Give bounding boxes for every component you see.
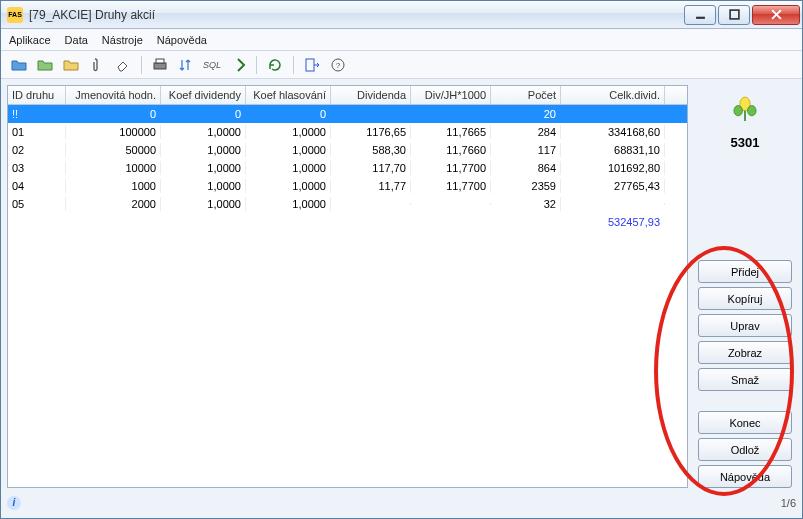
col-kh[interactable]: Koef hlasování [246, 86, 331, 104]
col-jmen[interactable]: Jmenovitá hodn. [66, 86, 161, 104]
toolbar-sep [293, 56, 294, 74]
add-button[interactable]: Přidej [698, 260, 792, 283]
end-button[interactable]: Konec [698, 411, 792, 434]
help-icon[interactable]: ? [328, 55, 348, 75]
menu-napoveda[interactable]: Nápověda [157, 34, 207, 46]
svg-point-7 [734, 106, 743, 116]
edit-button[interactable]: Uprav [698, 314, 792, 337]
window-title: [79_AKCIE] Druhy akcií [29, 8, 682, 22]
svg-point-8 [748, 106, 757, 116]
menubar: Aplikace Data Nástroje Nápověda [1, 29, 802, 51]
info-icon[interactable]: i [7, 496, 21, 510]
copy-button[interactable]: Kopíruj [698, 287, 792, 310]
menu-data[interactable]: Data [65, 34, 88, 46]
col-div[interactable]: Dividenda [331, 86, 411, 104]
col-kd[interactable]: Koef dividendy [161, 86, 246, 104]
window: FAS [79_AKCIE] Druhy akcií Aplikace Data… [0, 0, 803, 519]
module-code: 5301 [694, 135, 796, 150]
defer-button[interactable]: Odlož [698, 438, 792, 461]
svg-rect-1 [154, 63, 166, 69]
table-row[interactable]: 0410001,00001,000011,7711,7700235927765,… [8, 177, 687, 195]
col-id[interactable]: ID druhu [8, 86, 66, 104]
col-pocet[interactable]: Počet [491, 86, 561, 104]
exit-icon[interactable] [302, 55, 322, 75]
side-buttons: Přidej Kopíruj Uprav Zobraz Smaž Konec O… [694, 260, 796, 488]
table-row[interactable]: 02500001,00001,0000588,3011,766011768831… [8, 141, 687, 159]
app-icon: FAS [7, 7, 23, 23]
svg-text:?: ? [336, 61, 341, 70]
table-row[interactable]: 011000001,00001,00001176,6511,7665284334… [8, 123, 687, 141]
toolbar-sep [141, 56, 142, 74]
toolbar: SQL ? [1, 51, 802, 79]
delete-button[interactable]: Smaž [698, 368, 792, 391]
minimize-button[interactable] [684, 5, 716, 25]
folder-new-icon[interactable] [61, 55, 81, 75]
titlebar[interactable]: FAS [79_AKCIE] Druhy akcií [1, 1, 802, 29]
toolbar-sep [256, 56, 257, 74]
refresh-icon[interactable] [265, 55, 285, 75]
menu-aplikace[interactable]: Aplikace [9, 34, 51, 46]
menu-nastroje[interactable]: Nástroje [102, 34, 143, 46]
svg-rect-2 [156, 59, 164, 63]
table-row[interactable]: 0520001,00001,000032 [8, 195, 687, 213]
total-value: 532457,93 [561, 215, 665, 229]
print-icon[interactable] [150, 55, 170, 75]
erase-icon[interactable] [113, 55, 133, 75]
grid-body[interactable]: !! 0 0 0 20 011000001,00001,00001176,651… [8, 105, 687, 487]
record-counter: 1/6 [781, 497, 796, 509]
col-djh[interactable]: Div/JH*1000 [411, 86, 491, 104]
sort-icon[interactable] [176, 55, 196, 75]
total-row: 532457,93 [8, 213, 687, 231]
find-icon[interactable] [228, 55, 248, 75]
sql-icon[interactable]: SQL [202, 55, 222, 75]
close-button[interactable] [752, 5, 800, 25]
svg-rect-0 [730, 10, 739, 19]
col-cd[interactable]: Celk.divid. [561, 86, 665, 104]
maximize-button[interactable] [718, 5, 750, 25]
grid-header[interactable]: ID druhu Jmenovitá hodn. Koef dividendy … [8, 86, 687, 105]
statusbar: i 1/6 [7, 494, 796, 512]
show-button[interactable]: Zobraz [698, 341, 792, 364]
folder-edit-icon[interactable] [35, 55, 55, 75]
folder-open-icon[interactable] [9, 55, 29, 75]
attach-icon[interactable] [87, 55, 107, 75]
grid[interactable]: ID druhu Jmenovitá hodn. Koef dividendy … [7, 85, 688, 488]
side-panel: 5301 Přidej Kopíruj Uprav Zobraz Smaž Ko… [694, 85, 796, 488]
client-area: ID druhu Jmenovitá hodn. Koef dividendy … [7, 85, 796, 488]
logo-icon [694, 85, 796, 133]
help-button[interactable]: Nápověda [698, 465, 792, 488]
svg-rect-3 [306, 59, 314, 71]
summary-row[interactable]: !! 0 0 0 20 [8, 105, 687, 123]
window-controls [682, 5, 800, 25]
table-row[interactable]: 03100001,00001,0000117,7011,770086410169… [8, 159, 687, 177]
